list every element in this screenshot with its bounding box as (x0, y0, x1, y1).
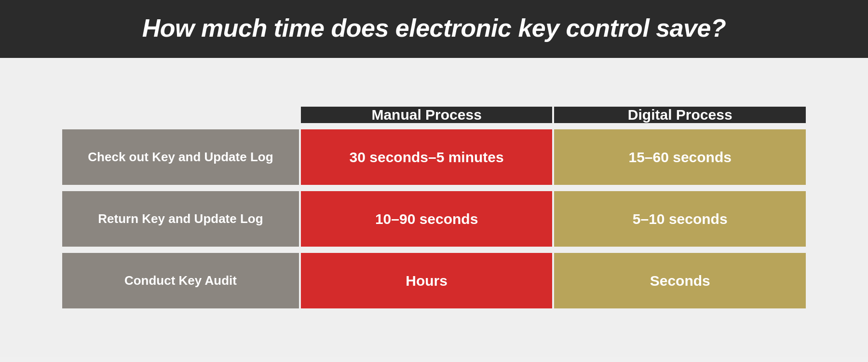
table-row: Check out Key and Update Log 30 seconds–… (62, 129, 806, 185)
row-label-checkout: Check out Key and Update Log (62, 129, 299, 185)
page-header: How much time does electronic key contro… (0, 0, 868, 58)
column-header-row: Manual Process Digital Process (62, 107, 806, 123)
page-title: How much time does electronic key contro… (19, 14, 849, 42)
col-header-digital: Digital Process (554, 107, 806, 123)
spacer-row-0 (62, 125, 806, 127)
digital-value-return: 5–10 seconds (554, 191, 806, 247)
spacer-row-1 (62, 187, 806, 189)
row-label-audit: Conduct Key Audit (62, 253, 299, 308)
row-label-return: Return Key and Update Log (62, 191, 299, 247)
digital-value-checkout: 15–60 seconds (554, 129, 806, 185)
comparison-table-container: Manual Process Digital Process Check out… (60, 105, 808, 310)
manual-value-checkout: 30 seconds–5 minutes (301, 129, 553, 185)
spacer-row-2 (62, 249, 806, 251)
col-header-empty (62, 107, 299, 123)
col-header-manual: Manual Process (301, 107, 553, 123)
manual-value-return: 10–90 seconds (301, 191, 553, 247)
manual-value-audit: Hours (301, 253, 553, 308)
digital-value-audit: Seconds (554, 253, 806, 308)
table-row: Return Key and Update Log 10–90 seconds … (62, 191, 806, 247)
main-content: Manual Process Digital Process Check out… (0, 58, 868, 357)
table-row: Conduct Key Audit Hours Seconds (62, 253, 806, 308)
comparison-table: Manual Process Digital Process Check out… (60, 105, 808, 310)
